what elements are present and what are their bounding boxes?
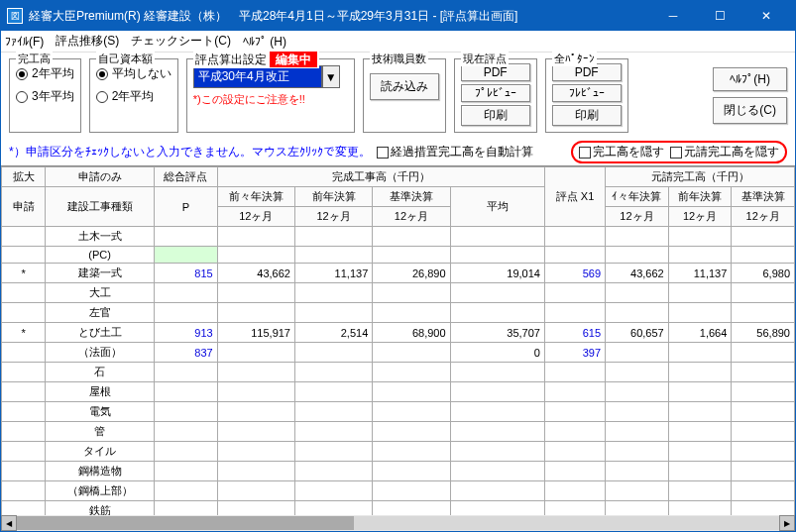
pattern-print-button[interactable]: 印刷	[552, 105, 622, 126]
table-row[interactable]: 土木一式	[2, 227, 795, 247]
cell[interactable]	[732, 363, 795, 382]
pattern-preview-button[interactable]: ﾌﾚﾋﾞｭｰ	[552, 84, 622, 102]
load-button[interactable]: 読み込み	[370, 73, 439, 100]
cell[interactable]: 石	[46, 363, 155, 382]
cell[interactable]	[668, 303, 732, 323]
table-row[interactable]: 鉄筋	[2, 501, 795, 516]
cell[interactable]	[732, 402, 795, 422]
cell[interactable]: 60,657	[606, 323, 669, 343]
menu-suii[interactable]: 評点推移(S)	[56, 33, 119, 50]
cell[interactable]	[373, 303, 450, 323]
cell[interactable]	[544, 227, 605, 247]
cell[interactable]	[2, 303, 46, 323]
cell[interactable]	[606, 247, 669, 264]
cell[interactable]	[294, 227, 372, 247]
cell[interactable]	[732, 501, 795, 516]
scroll-thumb[interactable]	[17, 516, 354, 530]
cell[interactable]	[668, 501, 732, 516]
cell[interactable]	[544, 402, 605, 422]
cell[interactable]	[606, 402, 669, 422]
cell[interactable]	[294, 501, 372, 516]
cell[interactable]	[217, 247, 294, 264]
cell[interactable]: 26,890	[373, 264, 450, 283]
cell[interactable]	[155, 501, 218, 516]
table-row[interactable]: 管	[2, 422, 795, 442]
radio-2year-avg[interactable]: 2年平均	[16, 63, 74, 84]
cell[interactable]	[450, 363, 544, 382]
cell[interactable]	[606, 227, 669, 247]
cell[interactable]: *	[2, 323, 46, 343]
cell[interactable]	[450, 462, 544, 481]
cell[interactable]: （法面）	[46, 343, 155, 363]
table-row[interactable]: 左官	[2, 303, 795, 323]
cell[interactable]	[217, 382, 294, 402]
cell[interactable]	[217, 402, 294, 422]
data-grid[interactable]: 拡大 申請のみ 総合評点 完成工事高（千円） 評点 X1 元請完工高（千円） 申…	[1, 166, 795, 515]
close-button[interactable]: ✕	[743, 2, 789, 30]
cell[interactable]	[373, 363, 450, 382]
hdr-shurui[interactable]: 建設工事種類	[46, 187, 155, 227]
cell[interactable]	[217, 363, 294, 382]
cell[interactable]	[732, 462, 795, 481]
cell[interactable]	[668, 363, 732, 382]
cell[interactable]	[450, 283, 544, 303]
cell[interactable]: 43,662	[606, 264, 669, 283]
menu-help[interactable]: ﾍﾙﾌﾟ (H)	[243, 35, 286, 49]
menu-checksheet[interactable]: チェックシート(C)	[131, 33, 231, 50]
cell[interactable]	[732, 442, 795, 462]
cell[interactable]	[155, 402, 218, 422]
cell[interactable]	[544, 283, 605, 303]
cell[interactable]	[373, 422, 450, 442]
cell[interactable]: 19,014	[450, 264, 544, 283]
cell[interactable]	[217, 442, 294, 462]
cell[interactable]: 43,662	[217, 264, 294, 283]
cell[interactable]	[294, 363, 372, 382]
cell[interactable]	[732, 303, 795, 323]
cell[interactable]	[217, 303, 294, 323]
cell[interactable]: 815	[155, 264, 218, 283]
cell[interactable]	[732, 481, 795, 501]
cell[interactable]: 屋根	[46, 382, 155, 402]
cell[interactable]	[668, 402, 732, 422]
cell[interactable]	[2, 402, 46, 422]
cell[interactable]	[732, 247, 795, 264]
cell[interactable]: とび土工	[46, 323, 155, 343]
hdr-zennen[interactable]: 前年決算	[294, 187, 372, 207]
table-row[interactable]: *建築一式81543,66211,13726,89019,01456943,66…	[2, 264, 795, 283]
menu-file[interactable]: ﾌｧｲﾙ(F)	[5, 35, 44, 49]
cell[interactable]: 6,980	[732, 264, 795, 283]
cell[interactable]	[2, 382, 46, 402]
hdr-hyotenx1[interactable]: 評点 X1	[544, 167, 605, 227]
cell[interactable]	[732, 382, 795, 402]
cell[interactable]	[668, 442, 732, 462]
cell[interactable]	[450, 481, 544, 501]
cell[interactable]	[606, 501, 669, 516]
cell[interactable]	[217, 462, 294, 481]
cell[interactable]	[155, 422, 218, 442]
hdr-heikin[interactable]: 平均	[450, 187, 544, 227]
radio-3year-avg[interactable]: 3年平均	[16, 86, 74, 107]
combo-dropdown-button[interactable]: ▼	[322, 65, 340, 88]
table-row[interactable]: タイル	[2, 442, 795, 462]
cell[interactable]: 35,707	[450, 323, 544, 343]
cell[interactable]	[155, 442, 218, 462]
cell[interactable]	[294, 303, 372, 323]
hdr-m-kij[interactable]: 基準決算	[732, 187, 795, 207]
cell[interactable]	[2, 462, 46, 481]
hdr-m-zen[interactable]: 前年決算	[668, 187, 732, 207]
chk-hide-motouke[interactable]: 元請完工高を隠す	[670, 144, 779, 160]
cell[interactable]	[155, 283, 218, 303]
cell[interactable]: 569	[544, 264, 605, 283]
cell[interactable]	[544, 363, 605, 382]
cell[interactable]	[606, 481, 669, 501]
cell[interactable]	[732, 343, 795, 363]
chk-keika[interactable]: 経過措置完工高を自動計算	[377, 144, 533, 160]
hdr-sogo[interactable]: 総合評点	[155, 167, 218, 187]
cell[interactable]: タイル	[46, 442, 155, 462]
hdr-shinsei[interactable]: 申請	[2, 187, 46, 227]
cell[interactable]	[544, 442, 605, 462]
hdr-kakudai[interactable]: 拡大	[2, 167, 46, 187]
genzai-print-button[interactable]: 印刷	[461, 105, 530, 126]
cell[interactable]	[606, 422, 669, 442]
cell[interactable]: 913	[155, 323, 218, 343]
